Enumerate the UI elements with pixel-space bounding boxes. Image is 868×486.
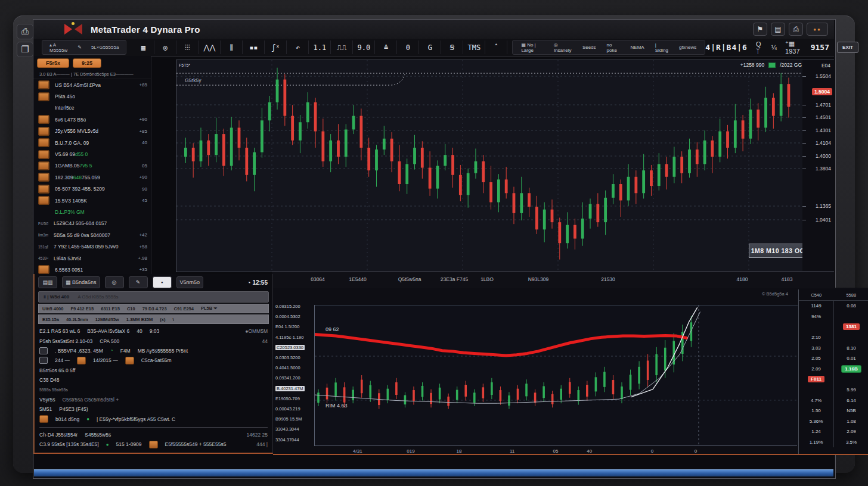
toolbar-left-item-0[interactable]: ▴ A M5555w [49,42,68,53]
market-watch-row[interactable]: 05-507 392-455. 520990 [33,183,151,195]
terminal-tool-4[interactable]: ▪ [153,276,172,288]
column-header2-1[interactable]: 40.2L5mm [66,317,88,322]
terminal-tool-1[interactable]: ▦ B5nda5ns [62,276,100,288]
printer-icon[interactable]: ⎙ [17,24,33,39]
toolbar-icon-9[interactable]: ⎍⎍ [331,40,353,54]
terminal-row[interactable]: Ch-D4 J55st554rS455s5w5s14622 25 [39,427,268,440]
terminal-row[interactable]: 5555s 55str55s [39,385,268,394]
toolbar-icon-6[interactable]: ʃˣ [265,40,287,54]
market-watch-row[interactable]: V5.69 69 d55 0 [33,148,151,160]
terminal-row[interactable]: 5M51P45E3 (F45) [39,404,268,414]
zoom-icon[interactable]: Q ᛉ [756,40,763,55]
column-header-6[interactable]: PL5B ⏷ [201,306,217,311]
terminal-row[interactable]: P5sh 5ss5st5nt 2.10-03CPA 50044 [39,336,268,345]
quote-row[interactable]: 2.091.16B [799,364,868,375]
terminal-column-headers[interactable]: Ultt5 4000F9 412 E156311 E15C1079 D3 4.7… [38,304,269,313]
toolbar-icon-15[interactable]: TMS [463,40,485,54]
toolbar-icon-8[interactable]: 1.1 [309,40,331,54]
terminal-row[interactable]: C38 D48 [39,375,268,385]
terminal-tool-5[interactable]: V5nm5o [176,276,204,288]
market-watch-row[interactable]: 1GAMB.05 7v5 505 [33,160,151,172]
column-header2-3[interactable]: 1.3MM E35M [126,317,153,322]
toolbar-icon-16[interactable]: ˆ [485,40,507,54]
column-header-5[interactable]: C91 E254 [174,306,194,311]
terminal-row[interactable]: C3.9 55s5s [135s 35s4E5]●515 1-0909E5f55… [39,440,268,449]
quote-row[interactable]: F011 [799,374,868,385]
market-watch-row[interactable]: 151g87 Y92 L455-54M3 059 5Jvv0+58 [33,241,151,252]
market-watch-row[interactable]: lim3m5B5a 55 d9 0va 5040007+42 [33,229,151,241]
toolbar-account-group[interactable]: ▴ A M5555w✎5L×G55555a [42,40,126,55]
tab-symbols[interactable]: F5r5x [37,58,69,68]
terminal-row[interactable]: 244 —14/2015 —C5ca-5at55m [39,356,268,365]
toolbar-menu-item-1[interactable]: ◎ Insanely [554,42,572,53]
market-watch-row[interactable]: 15.5V3 1405K45 [33,195,151,206]
toolbar-icon-11[interactable]: ≙ [375,40,397,54]
toolbar-icon-1[interactable]: ◎ [154,40,176,54]
market-watch-row[interactable]: 6v6 L473 B5o+90 [33,114,151,125]
column-header-1[interactable]: F9 412 E15 [70,306,94,311]
market-watch-row[interactable]: Interl5ce [33,102,151,114]
terminal-tool-0[interactable]: ▤▥ [38,276,57,288]
terminal-row[interactable]: B5rr5os 65.0 5ff [39,366,268,375]
tab-ticks[interactable]: 9:25 [73,58,101,68]
quote-row[interactable]: 94% [799,311,868,322]
toolbar-left-item-2[interactable]: 5L×G55555a [91,45,119,50]
market-watch-row[interactable]: P5ta 45o [33,91,151,102]
toolbar-left-item-1[interactable]: ✎ [78,45,82,50]
terminal-row[interactable]: E2.1 RA5 63 wL 6B35-AVA l5v5taX 6409:03●… [39,326,268,336]
terminal-tool-2[interactable]: ◎ [105,276,124,288]
terminal-row[interactable]: V5yr5sG5str5sa G5c5m5d5t5l + [39,395,268,404]
toolbar-icon-14[interactable]: Ꞩ [441,40,463,54]
toolbar-icon-0[interactable]: ▦ [132,40,154,54]
column-header-0[interactable]: Ultt5 4000 [42,306,63,311]
scale-icon[interactable]: ¼ [771,44,777,51]
time-axis[interactable]: 030641E5440Q5t5w5na23E3a F7451LBON93L309… [272,271,834,288]
quote-row[interactable]: 3.038.10 [799,342,868,353]
terminal-tool-3[interactable]: ✎ [129,276,148,288]
toolbar-icon-3[interactable]: ⋀⋀ [199,40,221,54]
market-watch-row[interactable]: US B54 A5m5l £Pva+85 [33,79,151,91]
exit-badge[interactable]: EXIT [837,42,858,53]
quote-row[interactable]: 5.36%1.08 [799,416,868,427]
monitor-icon[interactable]: ❐ [17,42,33,57]
toolbar-icon-12[interactable]: 0 [397,40,419,54]
column-header2-5[interactable]: \ [172,317,173,322]
close-button[interactable]: ●● [807,23,828,36]
price-axis[interactable]: E04 1.55041.50041.47011.45011.43011.4104… [802,60,834,272]
quote-row[interactable]: 4.7%6.14 [799,395,868,406]
toolbar-menu-item-3[interactable]: no poke [607,42,620,53]
column-header2-2[interactable]: 12MMdfl5w [95,317,119,322]
panel-icon[interactable]: ▤ [771,23,785,36]
indicator-chart[interactable]: 09 62RIM 4.63 [314,305,798,446]
toolbar-menu-item-2[interactable]: Seeds [582,45,596,50]
market-watch-row[interactable]: 182.309 648 755.059+90 [33,172,151,183]
flag-icon[interactable]: ⚑ [753,23,767,36]
window-grid-icon[interactable]: ⁺▦ 1937 [785,40,802,55]
quote-row[interactable]: 2:10 [799,332,868,343]
market-watch-row[interactable]: B.U.7.0 GA. 0940 [33,137,151,148]
toolbar-menu-item-0[interactable]: ▦ No | Large [521,42,542,53]
terminal-row[interactable]: . B55VP4 .6323. 45M◔F4MMB Ay5s555555 Pr5… [39,346,268,356]
market-watch-row[interactable]: D.L.P3% GM [33,206,151,217]
column-header-4[interactable]: 79 D3 4.723 [142,306,167,311]
toolbar-icon-2[interactable]: ⫶⫶⫶ [176,40,199,54]
main-candlestick-chart[interactable] [176,60,803,272]
column-header2-4[interactable]: (x) [160,317,165,322]
market-watch-row[interactable]: J5y.V556 MVL5v5d+85 [33,126,151,137]
column-header-2[interactable]: 6311 E15 [101,306,120,311]
quote-row[interactable]: 1.19%3.5% [799,437,868,448]
toolbar-icon-7[interactable]: ↶ [287,40,309,54]
quote-row[interactable]: 11490.08 [799,301,868,311]
toolbar-menu-item-5[interactable]: | Siding [655,42,668,53]
toolbar-menu-item-6[interactable]: gfxnews [679,45,696,50]
timeframe-box[interactable]: 1M8 M10 183 OG [749,244,807,258]
toolbar-icon-10[interactable]: 9.0 [353,40,375,54]
toolbar-icon-5[interactable]: ▪▪ [243,40,265,54]
toolbar-icon-4[interactable]: ⫼ [221,40,243,54]
quote-row[interactable]: 1381 [799,322,868,332]
market-watch-row[interactable]: F4/5GL5Z9C4J 505-604 0157 [33,218,151,229]
terminal-column-headers-2[interactable]: E35.15a40.2L5mm12MMdfl5w1.3MM E35M(x)\ [38,314,269,324]
terminal-row[interactable]: b014 d5ng●| E55y-*vfp5kbf5f5ygs A55 C5wt… [39,415,268,424]
toolbar-menu-item-4[interactable]: NEMA [631,45,644,50]
column-header2-0[interactable]: E35.15a [42,317,59,322]
